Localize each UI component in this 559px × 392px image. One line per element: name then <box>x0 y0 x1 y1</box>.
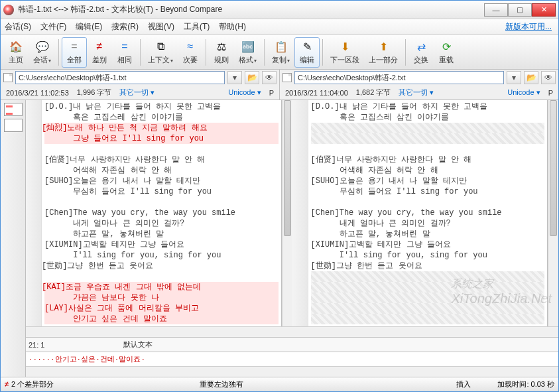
view-button[interactable]: 👁 <box>541 71 556 84</box>
thumbnail[interactable] <box>4 119 23 132</box>
text-line[interactable]: [世勋]그냥 한번 듣고 웃어요 <box>311 261 545 271</box>
text-line[interactable]: 내게 얼마나 큰 의미인 걸까? <box>311 218 545 229</box>
text-line[interactable] <box>311 314 545 324</box>
menu-view[interactable]: 视图(V) <box>148 21 174 33</box>
text-line[interactable]: 하고픈 말, 놓쳐버린 말 <box>44 229 279 239</box>
compare-area: [D.O.]내 낡은 기타를 들어 하지 못한 고백을 혹은 고집스레 삼킨 이… <box>26 100 558 326</box>
text-line[interactable]: [XIUMIN]고백할 테지만 그냥 들어요 <box>44 239 279 250</box>
text-line[interactable] <box>311 123 545 133</box>
right-encoding-dropdown[interactable]: Unicode ▾ <box>507 88 540 97</box>
session-button[interactable]: 💬会话▾ <box>29 37 56 68</box>
prevpart-button[interactable]: ⬆上一部分 <box>364 37 403 68</box>
text-line[interactable]: [SUHO]오늘은 용기 내서 나 말할 테지만 <box>44 176 279 186</box>
nextsect-button[interactable]: ⬇下一区段 <box>326 37 364 68</box>
text-line[interactable] <box>44 197 279 208</box>
dropdown-button[interactable]: ▾ <box>227 71 242 84</box>
text-line[interactable] <box>311 197 545 208</box>
menu-search[interactable]: 搜索(R) <box>111 21 139 33</box>
text-line[interactable]: [D.O.]내 낡은 기타를 들어 하지 못한 고백을 <box>44 101 279 112</box>
text-line[interactable]: [D.O.]내 낡은 기타를 들어 하지 못한 고백을 <box>311 101 545 112</box>
text-line[interactable] <box>311 293 545 303</box>
right-date: 2016/3/21 11:04:00 <box>285 89 348 97</box>
left-encoding-dropdown[interactable]: Unicode ▾ <box>228 88 261 97</box>
same-button[interactable]: =相同 <box>112 37 137 68</box>
notequal-icon: ≠ <box>92 39 107 54</box>
swap-button[interactable]: ⇄交换 <box>408 37 434 68</box>
down-icon: ⬇ <box>338 39 352 54</box>
format-icon: 🔤 <box>241 39 255 54</box>
browse-button[interactable]: 📂 <box>245 71 259 84</box>
copy-button[interactable]: 📋复制▾ <box>267 37 294 68</box>
menu-help[interactable]: 帮助(H) <box>219 21 246 33</box>
up-icon: ⬆ <box>376 39 391 54</box>
scrollbar-vertical[interactable] <box>282 100 292 326</box>
format-button[interactable]: 🔤格式▾ <box>234 37 261 68</box>
text-line[interactable]: 안기고 싶은 건데 말이죠 <box>44 314 279 324</box>
text-line[interactable]: 어색해 자존심 허락 안 해 <box>311 165 545 176</box>
minimize-button[interactable]: — <box>484 3 508 17</box>
edit-line-text[interactable]: ······안기고·싶은·건데·말이죠· <box>29 354 556 364</box>
text-line[interactable]: 무심히 들어요 I'll sing for you <box>44 186 279 197</box>
browse-button[interactable]: 📂 <box>524 71 538 84</box>
text-line[interactable]: [XIUMIN]고백할 테지만 그냥 들어요 <box>311 239 545 250</box>
reload-button[interactable]: ⟳重载 <box>434 37 459 68</box>
right-text[interactable]: [D.O.]내 낡은 기타를 들어 하지 못한 고백을 혹은 고집스레 삼킨 이… <box>308 100 548 326</box>
menu-file[interactable]: 文件(F) <box>40 21 66 33</box>
text-line[interactable]: I'll sing for you, sing for you <box>311 250 545 261</box>
chevron-down-icon: ▾ <box>287 58 290 64</box>
text-line[interactable] <box>311 282 545 293</box>
view-button[interactable]: 👁 <box>262 71 277 84</box>
text-line[interactable]: 혹은 고집스레 삼킨 이야기를 <box>44 112 279 123</box>
text-line[interactable]: 그냥 들어요 I'll sing for you <box>44 133 279 144</box>
left-path-input[interactable] <box>15 71 225 84</box>
text-line[interactable] <box>44 271 279 282</box>
text-line[interactable]: 하고픈 말, 놓쳐버린 말 <box>311 229 545 239</box>
text-line[interactable]: 혹은 고집스레 삼킨 이야기를 <box>311 112 545 123</box>
context-button[interactable]: ⧉上下文▾ <box>143 37 178 68</box>
text-line[interactable]: ⇨[世勋]그냥 한번 듣고 웃어요 <box>44 261 279 271</box>
diff-button[interactable]: ≠差别 <box>87 37 112 68</box>
text-line[interactable]: 무심히 들어요 I'll sing for you <box>311 186 545 197</box>
text-line[interactable]: 가끔은 남보다 못한 나 <box>44 293 279 303</box>
text-line[interactable]: ⇨[KAI]조금 우습죠 내겐 그대 밖에 없는데 <box>44 282 279 293</box>
text-line[interactable]: [Chen]The way you cry, the way you smile <box>311 208 545 218</box>
text-line[interactable] <box>44 144 279 155</box>
text-line[interactable]: 내게 얼마나 큰 의미인 걸까? <box>44 218 279 229</box>
text-line[interactable] <box>311 271 545 282</box>
thumbnail[interactable] <box>4 103 23 116</box>
left-gutter <box>26 100 42 326</box>
right-path-input[interactable] <box>294 71 504 84</box>
text-line[interactable]: [Chen]The way you cry, the way you smile <box>44 208 279 218</box>
minor-button[interactable]: ≈次要 <box>178 37 203 68</box>
text-line[interactable]: [SUHO]오늘은 용기 내서 나 말할 테지만 <box>311 176 545 186</box>
home-button[interactable]: 🏠主页 <box>3 37 29 68</box>
left-text[interactable]: [D.O.]내 낡은 기타를 들어 하지 못한 고백을 혹은 고집스레 삼킨 이… <box>42 100 281 326</box>
all-button[interactable]: =全部 <box>62 37 87 68</box>
text-line[interactable]: 어색해 자존심 허락 안 해 <box>44 165 279 176</box>
close-button[interactable]: ✕ <box>532 3 556 17</box>
scrollbar-vertical[interactable] <box>548 100 558 326</box>
app-icon <box>3 5 14 15</box>
left-other-dropdown[interactable]: 其它一切 ▾ <box>119 88 155 98</box>
maximize-button[interactable]: ▢ <box>508 3 532 17</box>
text-line[interactable]: ⇨[灿烈]노래 하나 만든 척 지금 말하려 해요 <box>44 123 279 133</box>
text-line[interactable]: I'll sing for you, sing for you <box>44 250 279 261</box>
text-line[interactable]: [伯贤]너무 사랑하지만 사랑한다 말 안 해 <box>44 155 279 165</box>
edit-button[interactable]: ✎编辑 <box>294 37 320 68</box>
scrollbar-horizontal[interactable] <box>26 366 558 377</box>
text-line[interactable]: [伯贤]너무 사랑하지만 사랑한다 말 안 해 <box>311 155 545 165</box>
text-line[interactable] <box>311 144 545 155</box>
new-version-link[interactable]: 新版本可用... <box>505 21 552 33</box>
menu-edit[interactable]: 编辑(E) <box>76 21 102 33</box>
text-line[interactable] <box>311 303 545 314</box>
dropdown-button[interactable]: ▾ <box>507 71 521 84</box>
text-line[interactable]: [LAY]사실은 그대 품에 머리칼을 부비고 <box>44 303 279 314</box>
rules-button[interactable]: ⚖规则 <box>209 37 234 68</box>
diff-count: ≠2 个差异部分 <box>5 379 54 389</box>
menu-tools[interactable]: 工具(T) <box>184 21 210 33</box>
menu-session[interactable]: 会话(S) <box>5 21 31 33</box>
text-line[interactable] <box>311 133 545 144</box>
right-other-dropdown[interactable]: 其它一切 ▾ <box>399 88 434 98</box>
scrollbar-horizontal[interactable] <box>26 326 558 337</box>
context-icon: ⧉ <box>153 39 168 54</box>
